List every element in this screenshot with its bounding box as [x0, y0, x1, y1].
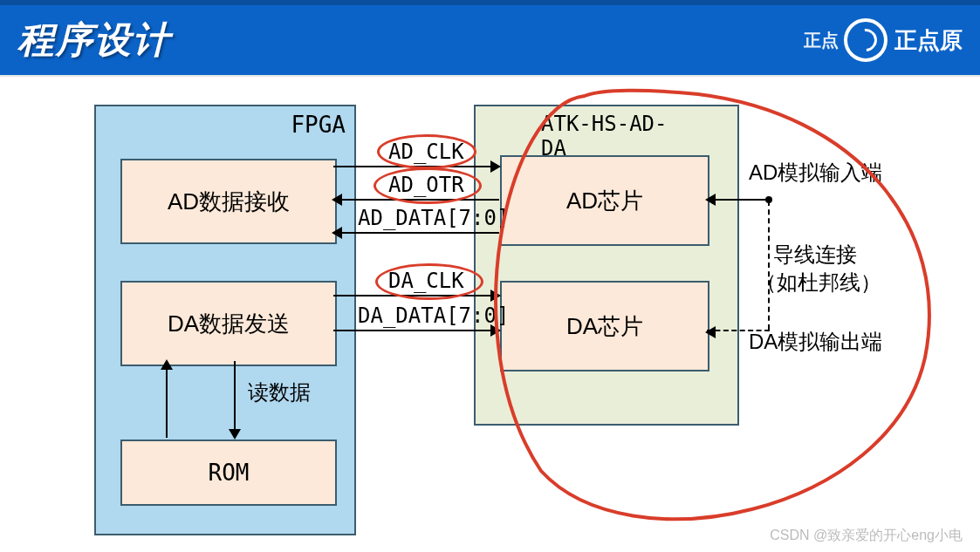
brand-logo-icon: [844, 18, 887, 62]
arrow-da-data: [333, 330, 499, 331]
brand-block: 正点 正点原: [804, 18, 963, 62]
wire-note-2: （如杜邦线）: [756, 269, 881, 296]
ad-chip-box: AD芯片: [500, 155, 709, 246]
brand-text: 正点原: [894, 25, 963, 56]
da-chip-box: DA芯片: [500, 281, 709, 371]
brand-small: 正点: [804, 29, 839, 52]
page-title: 程序设计: [17, 16, 171, 65]
header-bar: 程序设计 正点 正点原: [0, 0, 980, 75]
fpga-label: FPGA: [291, 112, 346, 138]
watermark: CSDN @致亲爱的开心eng小电: [770, 527, 963, 545]
da-output-label: DA模拟输出端: [749, 328, 882, 356]
sig-ad-data: AD_DATA[7:0]: [358, 206, 509, 230]
arrow-ad-input: [707, 199, 768, 201]
annot-circle-ad-clk: [377, 134, 476, 169]
sig-da-data: DA_DATA[7:0]: [358, 303, 509, 328]
arrow-da-to-rom: [234, 361, 236, 438]
diagram-canvas: FPGA AD数据接收 DA数据发送 ROM 读数据 ATK-HS-AD-DA …: [0, 70, 980, 552]
dashed-da-out: [707, 330, 770, 331]
ad-input-label: AD模拟输入端: [749, 159, 882, 187]
ad-receive-box: AD数据接收: [120, 159, 337, 244]
arrow-rom-to-da: [166, 361, 168, 438]
da-send-box: DA数据发送: [120, 281, 337, 366]
annot-circle-da-clk: [375, 263, 483, 300]
arrow-ad-data: [333, 232, 499, 234]
annot-circle-ad-otr: [373, 167, 482, 204]
rom-box: ROM: [120, 440, 337, 506]
dashed-vert: [768, 201, 770, 330]
fpga-block: FPGA AD数据接收 DA数据发送 ROM: [94, 105, 356, 535]
adda-panel: ATK-HS-AD-DA AD芯片 DA芯片: [474, 105, 739, 426]
read-data-label: 读数据: [248, 378, 311, 406]
wire-note-1: 导线连接: [773, 241, 857, 269]
node-top: [765, 196, 772, 203]
adda-label: ATK-HS-AD-DA: [541, 112, 672, 160]
